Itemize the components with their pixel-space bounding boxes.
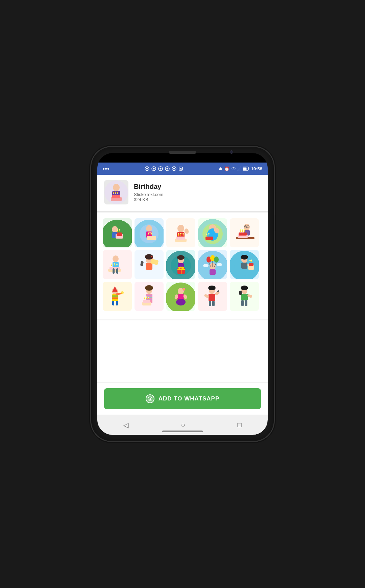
svg-rect-13 — [239, 169, 239, 171]
sticker-image-5 — [233, 221, 256, 245]
sticker-image-13 — [169, 285, 193, 308]
volume-up-button — [90, 201, 91, 213]
svg-text:N: N — [180, 168, 181, 170]
svg-point-161 — [183, 289, 185, 290]
chrome-icon-3 — [158, 166, 163, 171]
sticker-4[interactable] — [198, 218, 227, 247]
status-right: ∗ ⏰ 10:58 — [219, 166, 262, 171]
svg-point-5 — [160, 168, 161, 170]
sticker-15[interactable] — [230, 282, 259, 311]
sticker-image-2 — [137, 221, 161, 245]
svg-point-133 — [251, 260, 252, 261]
home-bar — [162, 431, 203, 432]
sticker-row-3 — [103, 282, 262, 311]
sticker-grid — [97, 213, 268, 319]
svg-rect-12 — [238, 170, 238, 171]
svg-point-125 — [241, 255, 248, 260]
svg-point-9 — [173, 168, 175, 170]
svg-point-68 — [208, 233, 210, 235]
svg-point-67 — [206, 234, 208, 235]
svg-point-58 — [180, 233, 181, 234]
sticker-row-1 — [103, 218, 262, 247]
speaker — [169, 151, 196, 154]
sticker-11[interactable] — [103, 282, 132, 311]
chrome-icon-4 — [165, 166, 170, 171]
svg-rect-173 — [212, 301, 215, 306]
svg-rect-180 — [245, 300, 247, 306]
svg-rect-151 — [143, 300, 150, 303]
svg-point-156 — [146, 296, 147, 298]
volume-down-button — [90, 218, 91, 237]
pack-thumbnail — [104, 180, 128, 204]
svg-point-90 — [111, 264, 112, 265]
svg-rect-17 — [243, 168, 246, 170]
sticker-14[interactable] — [198, 282, 227, 311]
svg-point-157 — [148, 297, 149, 298]
sticker-5[interactable] — [230, 218, 259, 247]
svg-rect-42 — [147, 236, 156, 240]
svg-point-37 — [117, 229, 118, 231]
battery-icon — [243, 167, 249, 171]
svg-point-163 — [176, 299, 186, 305]
camera — [230, 150, 233, 154]
thumbnail-image — [104, 180, 128, 204]
app-content[interactable]: Birthday StickoText.com 324 KB — [97, 175, 268, 415]
recent-apps-button[interactable]: □ — [237, 421, 241, 429]
signal-icon — [238, 166, 241, 171]
sticker-2[interactable] — [135, 218, 164, 247]
nfc-icon: N — [178, 166, 183, 171]
sticker-1[interactable] — [103, 218, 132, 247]
svg-rect-178 — [247, 294, 252, 298]
sticker-image-6 — [105, 253, 129, 276]
sticker-image-12 — [137, 285, 161, 308]
sticker-13[interactable] — [166, 282, 195, 311]
sticker-3[interactable] — [166, 218, 195, 247]
svg-point-51 — [184, 228, 190, 234]
wifi-icon — [231, 167, 236, 171]
sticker-image-1 — [105, 221, 129, 245]
sticker-image-4 — [201, 221, 224, 245]
svg-point-92 — [116, 264, 118, 265]
svg-rect-15 — [241, 166, 241, 171]
svg-point-175 — [241, 286, 248, 290]
svg-point-7 — [166, 168, 168, 170]
sticker-6[interactable] — [103, 250, 132, 279]
chrome-icon-1 — [145, 166, 149, 171]
svg-point-40 — [146, 225, 152, 232]
sticker-row-2 — [103, 250, 262, 279]
svg-rect-168 — [209, 294, 215, 301]
svg-rect-93 — [113, 268, 115, 274]
phone-frame: N ∗ ⏰ 10:58 — [91, 147, 274, 441]
svg-rect-94 — [116, 268, 118, 274]
svg-point-117 — [214, 256, 219, 263]
svg-rect-179 — [241, 300, 244, 306]
time-display: 10:58 — [251, 166, 262, 171]
back-button[interactable]: ◁ — [123, 421, 128, 429]
sticker-12[interactable] — [135, 282, 164, 311]
svg-rect-34 — [117, 232, 122, 236]
svg-rect-101 — [140, 261, 144, 266]
svg-point-122 — [217, 263, 222, 266]
svg-point-48 — [151, 232, 152, 234]
sticker-8[interactable] — [166, 250, 195, 279]
svg-point-47 — [149, 232, 151, 234]
svg-point-80 — [240, 229, 241, 230]
sticker-10[interactable] — [230, 250, 259, 279]
home-button[interactable]: ○ — [181, 421, 185, 429]
svg-rect-14 — [240, 168, 240, 171]
svg-rect-76 — [239, 232, 247, 236]
sticker-7[interactable] — [135, 250, 164, 279]
svg-point-155 — [144, 297, 145, 298]
svg-rect-177 — [239, 291, 242, 295]
svg-rect-142 — [112, 301, 114, 305]
svg-rect-114 — [210, 269, 216, 275]
svg-point-82 — [244, 229, 245, 230]
sticker-image-3 — [169, 221, 193, 245]
sticker-9[interactable] — [198, 250, 227, 279]
svg-point-121 — [203, 264, 209, 267]
svg-rect-129 — [249, 263, 253, 266]
svg-point-31 — [112, 226, 118, 233]
add-to-whatsapp-button[interactable]: ADD TO WHATSAPP — [104, 388, 261, 409]
chrome-icon-5 — [172, 166, 176, 171]
svg-point-3 — [153, 168, 154, 170]
